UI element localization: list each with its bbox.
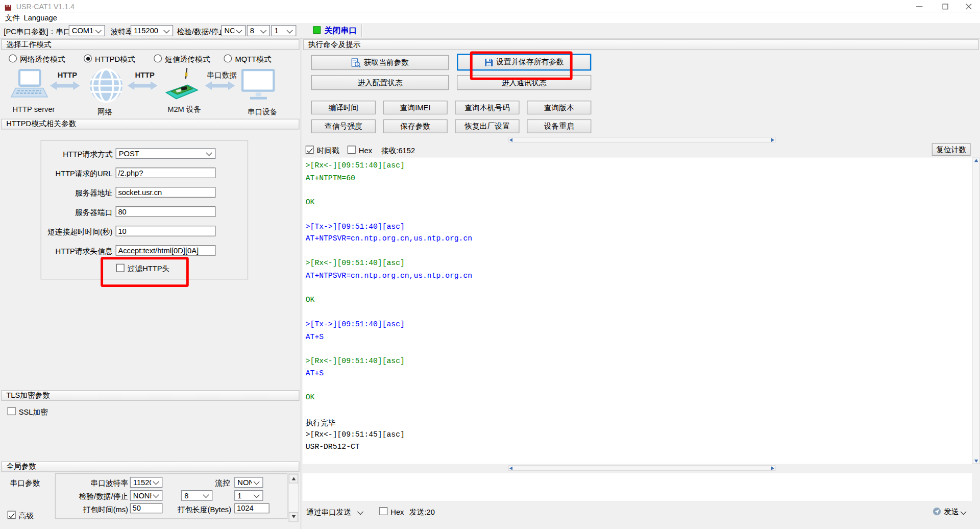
query-imei-button[interactable]: 查询IMEI — [383, 101, 448, 114]
http-url-input[interactable] — [116, 167, 216, 178]
chevron-down-icon — [206, 150, 212, 156]
device-restart-button[interactable]: 设备重启 — [527, 119, 591, 133]
scroll-right-icon[interactable] — [771, 466, 774, 470]
log-line: USR-DR512-CT — [306, 442, 972, 454]
log-vertical-scrollbar[interactable] — [972, 158, 980, 464]
reset-count-button[interactable]: 复位计数 — [932, 143, 971, 155]
diagram-link1-label: HTTP — [58, 70, 77, 79]
left-panel-divider — [301, 38, 301, 529]
databits-select[interactable]: 8 — [247, 25, 270, 36]
enter-config-button[interactable]: 进入配置状态 — [311, 75, 449, 90]
enter-comm-button[interactable]: 进入通讯状态 — [457, 75, 591, 90]
send-hex-checkbox[interactable] — [379, 507, 387, 515]
stopbits-select[interactable]: 1 — [271, 25, 296, 36]
radio-httpd-mode-label[interactable]: HTTPD模式 — [95, 55, 135, 64]
chevron-down-icon — [153, 478, 159, 485]
timestamp-label[interactable]: 时间戳 — [317, 147, 339, 155]
parity-select[interactable]: NONI — [221, 25, 246, 36]
flow-control-label: 流控 — [206, 479, 230, 488]
log-line: >[Rx<-][09:51:40][asc] — [306, 161, 972, 174]
chevron-down-icon — [153, 492, 159, 498]
save-icon — [484, 58, 493, 66]
send-button[interactable]: 发送 — [933, 506, 972, 517]
com-port-select[interactable]: COM10 — [69, 25, 105, 36]
server-address-input[interactable] — [116, 187, 216, 198]
radio-mqtt-mode-label[interactable]: MQTT模式 — [235, 55, 271, 64]
scroll-left-icon[interactable] — [509, 138, 512, 141]
get-params-icon — [351, 58, 360, 67]
send-via-serial-button[interactable]: 通过串口发送 — [306, 508, 363, 516]
maximize-button[interactable] — [934, 0, 957, 12]
filter-http-header-checkbox[interactable] — [116, 264, 125, 272]
scroll-left-icon[interactable] — [509, 466, 512, 470]
chevron-down-icon — [260, 27, 266, 33]
log-hex-checkbox[interactable] — [348, 146, 356, 154]
query-local-number-label: 查询本机号码 — [464, 102, 509, 113]
query-imei-label: 查询IMEI — [400, 102, 431, 113]
global-stopbits-select[interactable]: 1 — [234, 490, 263, 501]
flow-control-select[interactable]: NONE — [234, 477, 263, 488]
ssl-encrypt-checkbox[interactable] — [8, 407, 16, 415]
scroll-up-icon[interactable] — [974, 159, 977, 162]
scroll-right-icon[interactable] — [771, 138, 774, 141]
factory-reset-button[interactable]: 恢复出厂设置 — [455, 119, 519, 133]
log-hex-label[interactable]: Hex — [359, 147, 372, 155]
query-local-number-button[interactable]: 查询本机号码 — [455, 101, 519, 114]
query-version-button[interactable]: 查询版本 — [527, 101, 591, 114]
set-save-params-button[interactable]: 设置并保存所有参数 — [457, 54, 591, 70]
chevron-down-icon — [286, 27, 292, 33]
diagram-link2-label: HTTP — [135, 70, 154, 79]
log-line — [306, 308, 972, 320]
advanced-checkbox[interactable] — [8, 511, 16, 519]
timestamp-checkbox[interactable] — [306, 146, 314, 154]
radio-sms-transparent-label[interactable]: 短信透传模式 — [165, 55, 210, 64]
close-button[interactable] — [957, 0, 980, 12]
set-save-params-label: 设置并保存所有参数 — [496, 57, 564, 67]
log-area[interactable]: >[Rx<-][09:51:40][asc] AT+NTPTM=60 OK >[… — [303, 158, 972, 464]
pack-length-label: 打包长度(Bytes) — [167, 505, 231, 514]
left-panel-scrollbar[interactable] — [288, 473, 299, 522]
query-signal-button[interactable]: 查信号强度 — [311, 119, 376, 133]
http-method-select[interactable]: POST — [116, 148, 216, 159]
short-conn-timeout-input[interactable] — [116, 226, 216, 236]
send-hex-label[interactable]: Hex — [390, 508, 404, 516]
radio-httpd-mode[interactable] — [84, 55, 92, 63]
minimize-button[interactable] — [904, 0, 934, 12]
pack-length-input[interactable] — [234, 503, 270, 514]
radio-net-transparent[interactable] — [9, 55, 17, 63]
monitor-icon — [241, 69, 275, 104]
global-baud-select[interactable]: 115200 — [130, 477, 163, 488]
serial-group-label: 串口参数 — [10, 479, 40, 488]
global-databits-value: 8 — [184, 491, 188, 500]
menu-language[interactable]: Language — [24, 14, 57, 22]
server-port-input[interactable] — [116, 206, 216, 217]
send-input-area[interactable] — [303, 473, 972, 501]
global-databits-select[interactable]: 8 — [181, 490, 212, 501]
radio-net-transparent-label[interactable]: 网络透传模式 — [20, 55, 65, 64]
scroll-down-button[interactable] — [289, 512, 298, 521]
get-params-button[interactable]: 获取当前参数 — [311, 55, 449, 70]
query-signal-label: 查信号强度 — [325, 121, 362, 132]
pack-time-input[interactable] — [130, 503, 163, 514]
log-line: >[Tx->][09:51:40][asc] — [306, 223, 972, 235]
scroll-up-button[interactable] — [289, 474, 298, 483]
http-url-label: HTTP请求的URL — [12, 170, 112, 178]
advanced-label[interactable]: 高级 — [19, 512, 34, 520]
close-port-button[interactable]: 关闭串口 — [325, 26, 357, 35]
compile-time-button[interactable]: 编译时间 — [311, 101, 376, 114]
global-parity-select[interactable]: NONE — [130, 490, 163, 501]
http-header-input[interactable] — [116, 245, 216, 256]
diagram-node-m2m-label: M2M 设备 — [167, 105, 201, 114]
ssl-encrypt-label[interactable]: SSL加密 — [19, 407, 48, 416]
radio-mqtt-mode[interactable] — [224, 55, 232, 63]
log-top-scrollbar[interactable] — [508, 137, 776, 142]
scroll-down-icon[interactable] — [974, 460, 977, 463]
filter-http-header-label[interactable]: 过滤HTTP头 — [128, 264, 169, 273]
save-params-button[interactable]: 保存参数 — [383, 119, 448, 133]
close-icon — [965, 3, 971, 9]
baud-select[interactable]: 115200 — [131, 25, 173, 36]
log-bottom-scrollbar[interactable] — [508, 465, 776, 471]
radio-sms-transparent[interactable] — [154, 55, 162, 63]
menu-file[interactable]: 文件 — [5, 14, 20, 22]
chevron-down-icon — [236, 27, 242, 33]
